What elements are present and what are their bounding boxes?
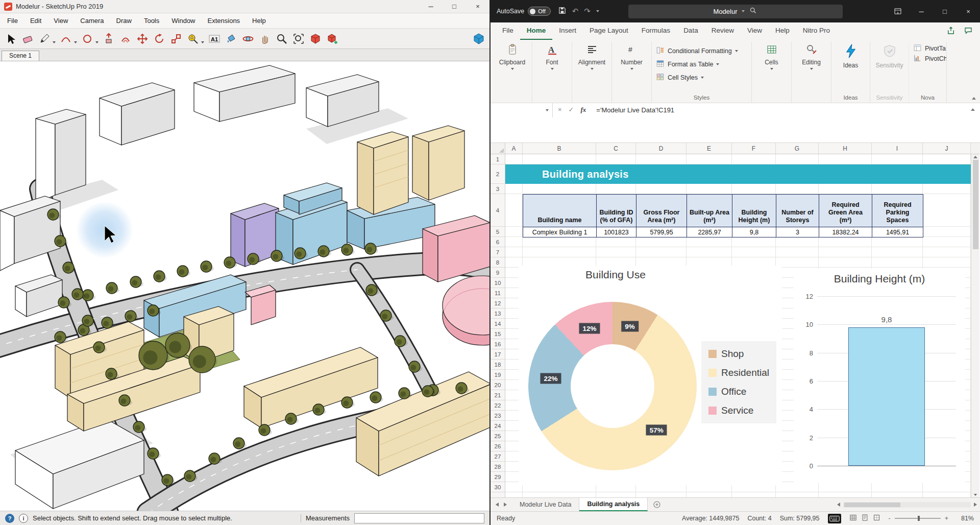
row-header-12[interactable]: 12 — [491, 298, 505, 308]
customize-qat-icon[interactable] — [596, 10, 599, 12]
conditional-formatting-button[interactable]: Conditional Formatting — [656, 46, 738, 56]
table-cell[interactable]: 1495,91 — [872, 227, 923, 237]
cancel-icon[interactable]: × — [558, 106, 562, 113]
cells-grid[interactable]: Building analysis Building nameBuilding … — [505, 154, 971, 497]
measurements-input[interactable] — [354, 513, 484, 523]
row-header-20[interactable]: 20 — [491, 380, 505, 390]
modelur-icon[interactable] — [471, 31, 486, 46]
row-header-19[interactable]: 19 — [491, 370, 505, 380]
building-use-chart[interactable]: Building Use 9%57%22%12% ShopResidential… — [519, 266, 782, 485]
pivotcha-button[interactable]: PivotCha — [913, 54, 947, 64]
chevron-down-icon[interactable] — [53, 41, 56, 43]
row-header-16[interactable]: 16 — [491, 339, 505, 349]
row-header-14[interactable]: 14 — [491, 319, 505, 329]
tab-data[interactable]: Data — [677, 22, 705, 40]
legend-item-shop[interactable]: Shop — [708, 348, 769, 360]
row-header-23[interactable]: 23 — [491, 411, 505, 421]
row-header-7[interactable]: 7 — [491, 247, 505, 257]
orbit-icon[interactable] — [240, 31, 256, 46]
row-header-22[interactable]: 22 — [491, 400, 505, 411]
maximize-icon[interactable]: □ — [933, 0, 957, 22]
row-header-5[interactable]: 5 — [491, 227, 505, 237]
column-header-j[interactable]: J — [923, 143, 971, 154]
table-cell[interactable]: 2285,97 — [687, 227, 732, 237]
column-header-c[interactable]: C — [596, 143, 636, 154]
tab-formulas[interactable]: Formulas — [635, 22, 677, 40]
text-icon[interactable]: A1 — [207, 31, 222, 46]
tab-nitro-pro[interactable]: Nitro Pro — [796, 22, 837, 40]
offset-icon[interactable] — [118, 31, 133, 46]
vertical-scrollbar[interactable] — [971, 154, 979, 497]
sheet-banner[interactable]: Building analysis — [505, 164, 971, 184]
prev-sheet-icon[interactable] — [496, 503, 499, 507]
tab-file[interactable]: File — [496, 22, 520, 40]
zoom-icon[interactable] — [274, 31, 289, 46]
sheet-tab-building-analysis[interactable]: Building analysis — [579, 498, 648, 511]
building-height-chart[interactable]: Building Height (m) 0246810129,8 — [794, 269, 965, 483]
menu-camera[interactable]: Camera — [80, 17, 104, 25]
row-header-9[interactable]: 9 — [491, 268, 505, 278]
row-header-3[interactable]: 3 — [491, 184, 505, 194]
row-header-27[interactable]: 27 — [491, 451, 505, 462]
row-header-18[interactable]: 18 — [491, 360, 505, 370]
arc-icon[interactable] — [58, 31, 74, 46]
menu-file[interactable]: File — [7, 17, 18, 25]
ribbon-group-ideas[interactable]: IdeasIdeas — [831, 42, 870, 103]
legend-item-service[interactable]: Service — [708, 405, 769, 416]
column-header-g[interactable]: G — [776, 143, 819, 154]
scroll-down-icon[interactable] — [974, 494, 977, 496]
column-header-e[interactable]: E — [687, 143, 732, 154]
ribbon-display-options-icon[interactable] — [886, 0, 910, 22]
menu-help[interactable]: Help — [252, 17, 266, 25]
share-icon[interactable] — [946, 26, 955, 37]
row-header-2[interactable]: 2 — [491, 164, 505, 184]
next-sheet-icon[interactable] — [504, 503, 507, 507]
enter-icon[interactable]: ✓ — [569, 106, 574, 113]
select-all-corner[interactable] — [491, 143, 505, 154]
zoom-in-icon[interactable]: + — [945, 515, 948, 522]
table-cell[interactable]: 18382,24 — [819, 227, 872, 237]
component-add-icon[interactable] — [325, 31, 340, 46]
scale-icon[interactable] — [168, 31, 184, 46]
pencil-icon[interactable] — [37, 31, 52, 46]
pan-icon[interactable] — [257, 31, 273, 46]
tab-view[interactable]: View — [741, 22, 769, 40]
menu-tools[interactable]: Tools — [144, 17, 159, 25]
column-header-a[interactable]: A — [505, 143, 523, 154]
formula-input[interactable]: ='Modelur Live Data'!C191 — [591, 103, 679, 142]
row-header-30[interactable]: 30 — [491, 482, 505, 492]
close-icon[interactable]: × — [957, 0, 980, 22]
close-icon[interactable]: × — [466, 0, 489, 13]
minimize-icon[interactable]: ─ — [910, 0, 933, 22]
component-icon[interactable] — [308, 31, 323, 46]
zoom-level[interactable]: 81% — [957, 515, 974, 522]
row-header-1[interactable]: 1 — [491, 154, 505, 164]
collapse-ribbon-icon[interactable] — [972, 97, 976, 100]
table-cell[interactable]: Complex Building 1 — [523, 227, 597, 237]
column-header-i[interactable]: I — [872, 143, 923, 154]
column-header-b[interactable]: B — [523, 143, 596, 154]
zoom-extents-icon[interactable] — [291, 31, 306, 46]
building-analysis-table[interactable]: Building nameBuilding ID(% of GFA)Gross … — [523, 194, 923, 237]
row-header-6[interactable]: 6 — [491, 237, 505, 247]
row-header-13[interactable]: 13 — [491, 308, 505, 319]
column-header-h[interactable]: H — [819, 143, 872, 154]
scrollbar-thumb[interactable] — [844, 503, 900, 507]
pivotta-button[interactable]: PivotTa — [913, 43, 946, 54]
insert-function-icon[interactable]: fx — [581, 106, 586, 114]
tab-insert[interactable]: Insert — [552, 22, 583, 40]
chevron-down-icon[interactable] — [74, 41, 77, 43]
row-header-29[interactable]: 29 — [491, 472, 505, 482]
row-header-11[interactable]: 11 — [491, 288, 505, 298]
ribbon-group-font[interactable]: AFont — [532, 42, 572, 103]
chevron-down-icon[interactable] — [95, 41, 99, 43]
ribbon-group-number[interactable]: #Number — [612, 42, 652, 103]
menu-view[interactable]: View — [54, 17, 68, 25]
chevron-down-icon[interactable] — [201, 41, 204, 43]
rotate-icon[interactable] — [152, 31, 167, 46]
horizontal-scrollbar[interactable] — [837, 498, 980, 511]
row-header-4[interactable]: 4 — [491, 194, 505, 227]
pushpull-icon[interactable] — [101, 31, 116, 46]
ribbon-group-cells[interactable]: Cells — [752, 42, 792, 103]
paint-bucket-icon[interactable] — [224, 31, 239, 46]
